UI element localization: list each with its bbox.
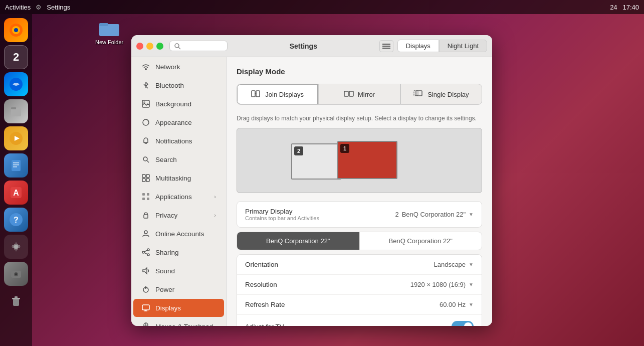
- sidebar-item-online-accounts[interactable]: Online Accounts: [133, 225, 224, 243]
- svg-rect-46: [147, 198, 149, 200]
- join-displays-icon: [251, 90, 261, 98]
- mode-join-label: Join Displays: [265, 91, 304, 98]
- monitor-1-preview[interactable]: 1: [337, 141, 397, 179]
- dock-item-firefox[interactable]: [4, 18, 28, 42]
- orientation-chevron: ▼: [469, 262, 474, 267]
- toggle-knob: [464, 322, 472, 326]
- svg-point-30: [145, 68, 147, 70]
- mode-join-button[interactable]: Join Displays: [237, 84, 318, 105]
- sidebar-item-displays[interactable]: Displays: [133, 299, 224, 317]
- dock-item-writer[interactable]: [4, 153, 28, 178]
- svg-rect-41: [142, 179, 145, 182]
- sidebar-item-appearance[interactable]: Appearance: [133, 113, 224, 131]
- main-content: Display Mode Join Displays Mi: [227, 57, 492, 326]
- monitor-2-preview[interactable]: 2: [291, 143, 341, 180]
- dock-item-trash[interactable]: [4, 289, 28, 313]
- dock-item-software[interactable]: A: [4, 181, 28, 205]
- mode-single-button[interactable]: Single Display: [400, 84, 482, 105]
- sidebar-item-network[interactable]: Network: [133, 58, 224, 76]
- titlebar-search-box[interactable]: [169, 41, 228, 51]
- dock-item-settings[interactable]: [4, 235, 28, 259]
- tab-night-light[interactable]: Night Light: [439, 40, 487, 52]
- sidebar-item-sharing[interactable]: Sharing: [133, 243, 224, 261]
- svg-line-52: [144, 250, 147, 252]
- adjust-tv-label: Adjust for TV: [245, 323, 452, 326]
- display-settings-rows: Orientation Landscape ▼ Resolution 1920 …: [237, 254, 482, 326]
- sidebar-label-appearance: Appearance: [155, 119, 192, 126]
- sidebar-item-applications[interactable]: Applications ›: [133, 188, 224, 206]
- window-controls: [136, 43, 163, 50]
- sidebar-item-multitasking[interactable]: Multitasking: [133, 169, 224, 187]
- sidebar-item-notifications[interactable]: Notifications: [133, 132, 224, 150]
- svg-rect-22: [15, 296, 18, 298]
- svg-rect-57: [142, 305, 149, 310]
- sidebar-label-background: Background: [155, 100, 191, 108]
- window-titlebar: Settings Displays Night Light: [131, 35, 492, 57]
- mode-mirror-button[interactable]: Mirror: [318, 84, 400, 105]
- sidebar-item-background[interactable]: Background: [133, 95, 224, 113]
- dock-item-files[interactable]: [4, 99, 28, 123]
- search-icon: [174, 43, 181, 50]
- activities-button[interactable]: Activities: [5, 4, 31, 11]
- sidebar-item-mouse-touchpad[interactable]: Mouse & Touchpad: [133, 317, 224, 326]
- svg-line-53: [144, 253, 147, 254]
- mode-mirror-label: Mirror: [358, 91, 375, 98]
- dock-number-label: 2: [13, 51, 19, 64]
- window-close-button[interactable]: [136, 43, 143, 50]
- dock-item-rhythmbox[interactable]: [4, 126, 28, 150]
- refresh-rate-row[interactable]: Refresh Rate 60.00 Hz ▼: [237, 295, 482, 315]
- tab-displays[interactable]: Displays: [397, 40, 439, 52]
- orientation-text: Landscape: [434, 261, 466, 268]
- primary-display-label: Primary Display: [245, 208, 395, 215]
- primary-display-row: Primary Display Contains top bar and Act…: [237, 201, 482, 228]
- adjust-tv-row[interactable]: Adjust for TV: [237, 315, 482, 326]
- svg-text:?: ?: [14, 216, 19, 224]
- sidebar-item-search[interactable]: Search: [133, 150, 224, 168]
- svg-rect-8: [12, 160, 21, 171]
- sidebar-item-power[interactable]: Power: [133, 280, 224, 298]
- svg-rect-4: [11, 108, 21, 116]
- sidebar-item-sound[interactable]: Sound: [133, 262, 224, 280]
- orientation-row[interactable]: Orientation Landscape ▼: [237, 255, 482, 275]
- sidebar-item-bluetooth[interactable]: Bluetooth: [133, 76, 224, 94]
- hamburger-button[interactable]: [379, 40, 393, 52]
- svg-rect-74: [349, 91, 353, 96]
- orientation-value: Landscape ▼: [434, 261, 474, 268]
- window-minimize-button[interactable]: [146, 43, 153, 50]
- resolution-row[interactable]: Resolution 1920 × 1080 (16:9) ▼: [237, 275, 482, 295]
- dock-item-number[interactable]: 2: [4, 45, 28, 69]
- dock-item-disk[interactable]: [4, 262, 28, 286]
- sidebar-label-displays: Displays: [155, 304, 181, 312]
- svg-rect-24: [99, 23, 108, 26]
- power-icon: [141, 285, 150, 294]
- svg-text:A: A: [13, 189, 19, 197]
- search-input[interactable]: [183, 42, 223, 50]
- svg-rect-43: [142, 193, 145, 196]
- sound-icon: [141, 266, 150, 275]
- hamburger-icon: [382, 43, 390, 49]
- sidebar-item-privacy[interactable]: Privacy ›: [133, 206, 224, 224]
- monitor-tab-2[interactable]: BenQ Corporation 22": [360, 232, 482, 250]
- primary-display-row-inner[interactable]: Primary Display Contains top bar and Act…: [237, 202, 482, 227]
- appearance-icon: [141, 118, 150, 127]
- applications-icon: [141, 192, 150, 201]
- svg-rect-75: [416, 91, 422, 96]
- refresh-rate-value: 60.00 Hz ▼: [440, 301, 474, 308]
- adjust-tv-toggle[interactable]: [452, 321, 474, 326]
- svg-line-26: [178, 47, 180, 49]
- window-content: Network Bluetooth Background Appearance: [131, 57, 492, 326]
- display-preview[interactable]: 2 1: [237, 128, 482, 193]
- privacy-arrow: ›: [214, 212, 216, 218]
- resolution-chevron: ▼: [469, 282, 474, 287]
- monitor-tab-1[interactable]: BenQ Corporation 22": [237, 232, 360, 250]
- svg-rect-73: [344, 91, 348, 96]
- sidebar-label-bluetooth: Bluetooth: [155, 82, 184, 89]
- refresh-rate-label: Refresh Rate: [245, 301, 440, 308]
- dock-item-thunderbird[interactable]: [4, 72, 28, 96]
- refresh-rate-chevron: ▼: [469, 302, 474, 307]
- taskbar: Activities ⚙ Settings 24 17:40: [0, 0, 644, 14]
- dock-item-help[interactable]: ?: [4, 208, 28, 232]
- desktop-folder[interactable]: New Folder: [95, 19, 123, 45]
- network-icon: [141, 62, 150, 71]
- window-maximize-button[interactable]: [156, 43, 163, 50]
